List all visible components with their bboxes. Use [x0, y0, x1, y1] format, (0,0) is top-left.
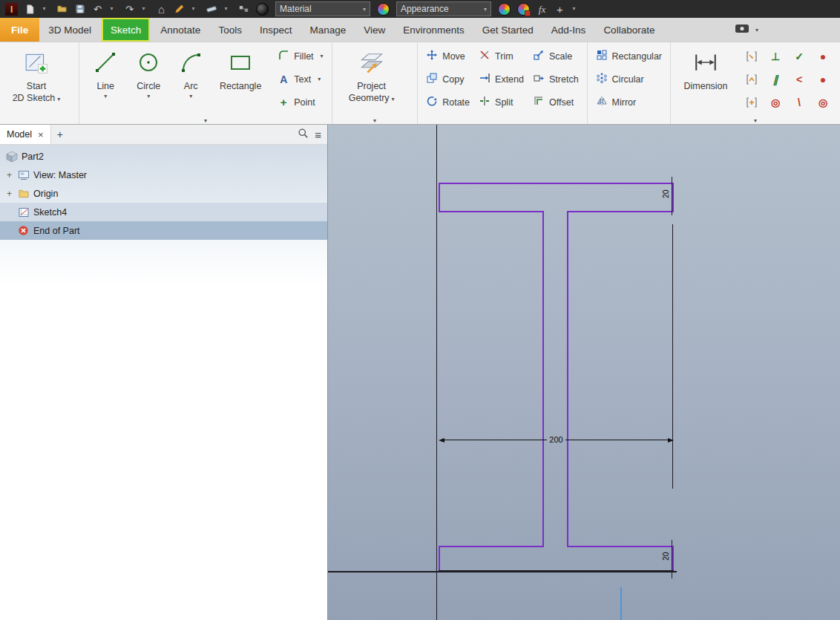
parameters-fx-icon[interactable]: fx [537, 2, 548, 16]
appearance-lock-ball-icon[interactable] [517, 2, 530, 16]
tree-item-origin[interactable]: + Origin [0, 184, 327, 203]
y-axis-line[interactable] [436, 125, 437, 620]
view-master-expander-icon[interactable]: + [5, 170, 13, 180]
rotate-button[interactable]: Rotate [423, 91, 473, 114]
text-button[interactable]: A Text ▾ [275, 68, 326, 91]
constraint-settings-icon[interactable] [740, 91, 764, 114]
sketch-top-flange-bottom-right[interactable] [567, 211, 674, 212]
tab-3d-model[interactable]: 3D Model [39, 18, 100, 42]
tree-item-part[interactable]: Part2 [0, 147, 327, 166]
trim-button[interactable]: Trim [476, 45, 527, 68]
tab-view[interactable]: View [355, 18, 394, 42]
navigation-wheel-icon[interactable] [256, 2, 269, 16]
parallel-constraint-icon[interactable]: ∥ [764, 68, 787, 91]
link-icon[interactable] [238, 2, 249, 16]
scale-button[interactable]: Scale [530, 45, 582, 68]
dimension-20-top-text[interactable]: 20 [662, 189, 670, 198]
appearance-select[interactable]: Appearance ▾ [396, 1, 491, 16]
arc-caret[interactable]: ▾ [189, 94, 192, 99]
show-constraints-icon[interactable] [740, 68, 764, 91]
browser-menu-icon[interactable]: ≡ [315, 128, 321, 141]
new-document-icon[interactable] [24, 2, 36, 16]
sketch-top-flange-right-edge[interactable] [672, 183, 674, 212]
aux-blue-sketch-line[interactable] [620, 587, 622, 620]
constrain-panel-caret[interactable]: ▾ [754, 117, 757, 124]
new-document-caret[interactable]: ▾ [39, 2, 50, 16]
circle-button[interactable]: Circle ▾ [126, 45, 171, 99]
sketch-bottom-flange-left-edge[interactable] [439, 546, 440, 572]
arc-button[interactable]: Arc ▾ [171, 45, 211, 99]
line-button[interactable]: Line ▾ [85, 45, 126, 99]
return-caret[interactable]: ▾ [188, 2, 199, 16]
sketch-bottom-flange-top-left[interactable] [439, 546, 544, 547]
tree-item-view-master[interactable]: + View: Master [0, 166, 327, 184]
vertical-constraint-icon[interactable]: ● [811, 68, 835, 91]
tree-item-end-of-part[interactable]: End of Part [0, 221, 327, 240]
undo-caret[interactable]: ▾ [106, 2, 117, 16]
browser-add-tab-icon[interactable]: + [51, 128, 69, 140]
offset-button[interactable]: Offset [530, 91, 582, 114]
home-icon[interactable]: ⌂ [156, 2, 167, 16]
perpendicular-constraint-icon[interactable]: ⊥ [764, 45, 787, 68]
symmetric-constraint-icon[interactable]: < [787, 68, 811, 91]
copy-button[interactable]: Copy [423, 68, 473, 91]
dimension-200-text[interactable]: 200 [547, 436, 565, 444]
circle-caret[interactable]: ▾ [147, 94, 150, 99]
dimension-button[interactable]: Dimension [676, 45, 735, 92]
rectangular-pattern-button[interactable]: Rectangular [593, 45, 665, 68]
sketch-bottom-flange-bottom-edge[interactable] [439, 570, 674, 572]
sketch-web-left-edge[interactable] [542, 211, 544, 547]
tab-annotate[interactable]: Annotate [151, 18, 209, 42]
qat-overflow-caret[interactable]: ▾ [568, 2, 580, 16]
redo-icon[interactable]: ↷ [124, 2, 135, 16]
inventor-logo[interactable]: I [5, 3, 18, 16]
tab-get-started[interactable]: Get Started [473, 18, 542, 42]
equal-constraint-icon[interactable]: ◎ [811, 91, 835, 114]
screen-share-caret[interactable]: ▾ [755, 27, 758, 33]
text-caret[interactable]: ▾ [318, 76, 321, 82]
create-panel-caret[interactable]: ▾ [204, 117, 207, 124]
point-button[interactable]: + Point [275, 91, 326, 114]
sketch-bottom-flange-right-edge[interactable] [672, 546, 674, 572]
dimension-20-bottom-text[interactable]: 20 [662, 552, 670, 561]
tab-collaborate[interactable]: Collaborate [594, 18, 663, 42]
tab-environments[interactable]: Environments [394, 18, 473, 42]
move-button[interactable]: Move [423, 45, 473, 68]
undo-icon[interactable]: ↶ [92, 2, 103, 16]
extend-button[interactable]: Extend [476, 68, 527, 91]
measure-caret[interactable]: ▾ [220, 2, 232, 16]
tab-sketch[interactable]: Sketch [102, 18, 150, 42]
material-select[interactable]: Material ▾ [275, 1, 370, 16]
auto-dimension-icon[interactable] [740, 45, 764, 68]
measure-icon[interactable] [206, 2, 217, 16]
browser-tab-close-icon[interactable]: × [38, 129, 44, 140]
tab-file[interactable]: File [0, 18, 39, 42]
add-qat-icon[interactable]: + [554, 2, 565, 16]
horizontal-constraint-icon[interactable]: ● [811, 45, 835, 68]
open-folder-icon[interactable] [56, 2, 68, 16]
save-icon[interactable] [74, 2, 85, 16]
graphics-viewport[interactable]: 200 20 20 [328, 125, 840, 620]
rectangle-button[interactable]: Rectangle [211, 45, 270, 92]
return-to-sketch-icon[interactable] [174, 2, 185, 16]
sketch-top-flange-left-edge[interactable] [439, 183, 440, 212]
tree-item-sketch4[interactable]: Sketch4 [0, 203, 327, 221]
circular-pattern-button[interactable]: Circular [593, 68, 665, 91]
origin-expander-icon[interactable]: + [5, 189, 13, 199]
tab-inspect[interactable]: Inspect [251, 18, 301, 42]
sketch-web-right-edge[interactable] [567, 211, 568, 547]
project-geometry-button[interactable]: Project Geometry▾ [338, 45, 406, 105]
project-panel-caret[interactable]: ▾ [373, 117, 376, 124]
browser-search-icon[interactable] [298, 128, 309, 142]
sketch-bottom-flange-top-right[interactable] [567, 546, 674, 547]
material-ball-icon[interactable] [377, 2, 390, 16]
fillet-button[interactable]: Fillet ▾ [275, 45, 326, 68]
dimension-200[interactable]: 200 [439, 437, 674, 443]
split-button[interactable]: Split [476, 91, 527, 114]
dimension-extension-line[interactable] [672, 224, 673, 489]
tab-tools[interactable]: Tools [209, 18, 251, 42]
dimension-20-top-line[interactable] [672, 177, 672, 215]
stretch-button[interactable]: Stretch [530, 68, 582, 91]
redo-caret[interactable]: ▾ [138, 2, 149, 16]
fillet-caret[interactable]: ▾ [321, 53, 324, 59]
